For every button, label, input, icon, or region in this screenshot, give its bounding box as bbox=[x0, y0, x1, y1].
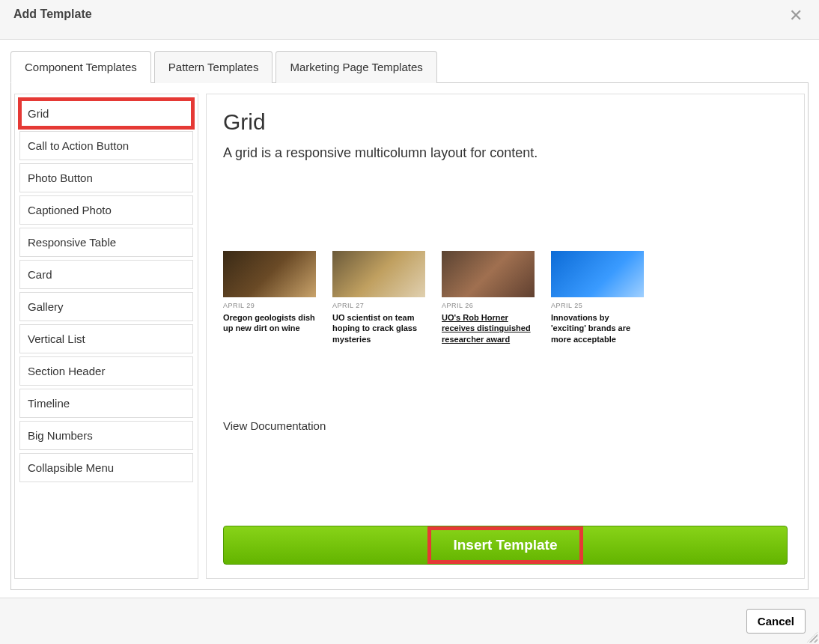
content-row: Grid Call to Action Button Photo Button … bbox=[10, 82, 809, 590]
preview-title: Grid bbox=[223, 109, 788, 135]
dialog-footer: Cancel bbox=[0, 598, 819, 644]
preview-card-headline: UO scientist on team hoping to crack gla… bbox=[332, 312, 425, 344]
sidebar-item-big-numbers[interactable]: Big Numbers bbox=[19, 421, 193, 450]
preview-card-headline: Oregon geologists dish up new dirt on wi… bbox=[223, 312, 316, 334]
insert-template-button[interactable]: Insert Template bbox=[223, 526, 788, 565]
sidebar-item-section-header[interactable]: Section Header bbox=[19, 356, 193, 386]
preview-card: APRIL 29 Oregon geologists dish up new d… bbox=[223, 251, 316, 344]
add-template-dialog: Add Template ✕ Component Templates Patte… bbox=[0, 0, 819, 644]
sidebar-item-card[interactable]: Card bbox=[19, 260, 193, 289]
preview-card-image bbox=[332, 251, 425, 297]
sidebar-item-vertical-list[interactable]: Vertical List bbox=[19, 324, 193, 353]
sidebar-item-responsive-table[interactable]: Responsive Table bbox=[19, 228, 193, 257]
sidebar-item-timeline[interactable]: Timeline bbox=[19, 389, 193, 418]
preview-card-headline: UO's Rob Horner receives distinguished r… bbox=[442, 312, 535, 344]
preview-card-date: APRIL 25 bbox=[551, 302, 644, 309]
close-icon[interactable]: ✕ bbox=[786, 7, 806, 24]
preview-card-date: APRIL 29 bbox=[223, 302, 316, 309]
sidebar-item-call-to-action-button[interactable]: Call to Action Button bbox=[19, 131, 193, 160]
preview-card-image bbox=[442, 251, 535, 297]
view-documentation-link[interactable]: View Documentation bbox=[223, 419, 788, 432]
preview-card-headline: Innovations by 'exciting' brands are mor… bbox=[551, 312, 644, 344]
sidebar-item-gallery[interactable]: Gallery bbox=[19, 292, 193, 321]
preview-description: A grid is a responsive multicolumn layou… bbox=[223, 145, 788, 161]
template-preview-panel: Grid A grid is a responsive multicolumn … bbox=[206, 94, 805, 579]
dialog-header: Add Template ✕ bbox=[0, 0, 819, 40]
tab-marketing-page-templates[interactable]: Marketing Page Templates bbox=[275, 51, 436, 83]
preview-card-image bbox=[551, 251, 644, 297]
dialog-title: Add Template bbox=[13, 7, 92, 21]
preview-card: APRIL 26 UO's Rob Horner receives distin… bbox=[442, 251, 535, 344]
sidebar-item-grid[interactable]: Grid bbox=[19, 99, 193, 128]
tab-component-templates[interactable]: Component Templates bbox=[10, 51, 151, 83]
preview-card-date: APRIL 26 bbox=[442, 302, 535, 309]
insert-template-wrapper: Insert Template bbox=[223, 526, 788, 565]
sidebar-item-captioned-photo[interactable]: Captioned Photo bbox=[19, 195, 193, 225]
sidebar-item-photo-button[interactable]: Photo Button bbox=[19, 163, 193, 192]
template-sidebar: Grid Call to Action Button Photo Button … bbox=[14, 94, 198, 579]
preview-card-image bbox=[223, 251, 316, 297]
dialog-body: Component Templates Pattern Templates Ma… bbox=[0, 40, 819, 598]
cancel-button[interactable]: Cancel bbox=[746, 609, 806, 634]
resize-handle-icon[interactable] bbox=[807, 632, 818, 643]
tab-pattern-templates[interactable]: Pattern Templates bbox=[154, 51, 273, 83]
preview-card: APRIL 27 UO scientist on team hoping to … bbox=[332, 251, 425, 344]
preview-card: APRIL 25 Innovations by 'exciting' brand… bbox=[551, 251, 644, 344]
sidebar-item-collapsible-menu[interactable]: Collapsible Menu bbox=[19, 453, 193, 482]
preview-cards-row: APRIL 29 Oregon geologists dish up new d… bbox=[223, 251, 788, 344]
preview-card-date: APRIL 27 bbox=[332, 302, 425, 309]
tab-bar: Component Templates Pattern Templates Ma… bbox=[10, 50, 809, 82]
